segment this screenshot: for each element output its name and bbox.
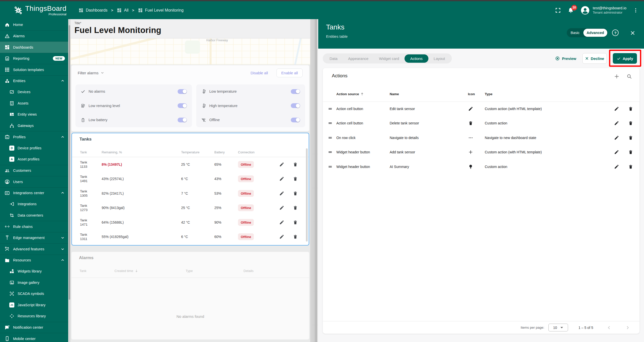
tab-data[interactable]: Data [324, 53, 343, 63]
delete-row-button[interactable] [293, 191, 298, 196]
action-table-row[interactable]: Widget header button Add tank sensor Cus… [323, 145, 639, 160]
delete-row-button[interactable] [293, 162, 298, 167]
sidebar-item-data-converters[interactable]: Data converters [0, 210, 68, 221]
column-header-created-time[interactable]: Created time [114, 269, 138, 273]
tank-table-row[interactable]: Tank1491 43% (22574L) 6 °C 43% Offline [72, 172, 309, 186]
delete-row-button[interactable] [293, 176, 298, 181]
offline-toggle[interactable] [291, 118, 300, 122]
delete-action-button[interactable] [628, 135, 633, 140]
drag-handle-icon[interactable] [328, 164, 333, 169]
column-header-tank[interactable]: Tank [79, 269, 86, 273]
sidebar-item-edge-management[interactable]: Edge management [0, 232, 68, 244]
column-header-battery[interactable]: Battery [214, 150, 225, 154]
next-page-button[interactable] [625, 325, 630, 330]
action-table-row[interactable]: On row click Navigate to details Navigat… [323, 130, 639, 145]
sidebar-item-image-gallery[interactable]: Image gallery [0, 277, 68, 288]
fullscreen-button[interactable] [555, 7, 561, 13]
help-icon[interactable] [612, 29, 619, 36]
tank-table-row[interactable]: Tank1471 64% (15688L) 42 °C 90% Offline [72, 215, 309, 230]
tank-table-row[interactable]: Tank1133 8% (13497L) 25 °C 65% Offline [72, 157, 309, 172]
sidebar-item-asset-profiles[interactable]: AAsset profiles [0, 154, 68, 165]
column-header-name[interactable]: Name [390, 92, 399, 96]
breadcrumb-item-all[interactable]: All [117, 8, 129, 13]
previous-page-button[interactable] [606, 325, 612, 330]
column-header-details[interactable]: Details [244, 269, 254, 273]
edit-row-button[interactable] [279, 220, 284, 225]
sidebar-item-device-profiles[interactable]: DDevice profiles [0, 143, 68, 154]
sidebar-item-entities[interactable]: Entities [0, 75, 68, 87]
sidebar-item-users[interactable]: Users [0, 176, 68, 187]
low-remaining-level-toggle[interactable] [178, 103, 187, 108]
sidebar-item-notification-center[interactable]: Notification center [0, 322, 68, 333]
tab-widget-card[interactable]: Widget card [374, 53, 405, 63]
edit-row-button[interactable] [279, 176, 284, 181]
delete-action-button[interactable] [628, 121, 633, 126]
low-temperature-toggle[interactable] [291, 89, 300, 94]
edit-row-button[interactable] [279, 234, 284, 239]
disable-all-button[interactable]: Disable all [251, 71, 268, 75]
sidebar-item-assets[interactable]: Assets [0, 98, 68, 109]
page-size-select[interactable]: 10 [548, 324, 568, 331]
sidebar-item-devices[interactable]: Devices [0, 86, 68, 98]
sidebar-item-alarms[interactable]: Alarms [0, 30, 68, 42]
column-header-type[interactable]: Type [186, 269, 193, 273]
sidebar-item-solution-templates[interactable]: Solution templates [0, 64, 68, 75]
edit-row-button[interactable] [279, 205, 284, 210]
tanks-table-widget[interactable]: Tanks Tank Remaining, % Temperature Batt… [71, 133, 309, 246]
sidebar-item-mobile-center[interactable]: Mobile center [0, 333, 68, 342]
delete-action-button[interactable] [628, 150, 633, 155]
tab-appearance[interactable]: Appearance [343, 53, 374, 63]
tanks-table-scrollbar[interactable] [306, 148, 308, 242]
alarms-table-widget[interactable]: Alarms Tank Created time Type Details No… [71, 252, 309, 339]
low-battery-toggle[interactable] [178, 118, 187, 122]
column-header-action-source[interactable]: Action source [336, 92, 364, 96]
sidebar-item-entity-views[interactable]: Entity views [0, 109, 68, 120]
column-header-icon[interactable]: Icon [468, 92, 475, 96]
sidebar-item-resources[interactable]: Resources [0, 255, 68, 266]
sidebar-item-profiles[interactable]: Profiles [0, 131, 68, 143]
sidebar-scrollbar-thumb[interactable] [69, 25, 70, 300]
sidebar-item-dashboards[interactable]: Dashboards [0, 42, 68, 53]
action-table-row[interactable]: Widget header button AI Summary Custom a… [323, 159, 639, 174]
enable-all-button[interactable]: Enable all [276, 69, 303, 77]
sidebar-item-gateways[interactable]: Gateways [0, 120, 68, 131]
action-table-row[interactable]: Action cell button Edit tank sensor Cust… [323, 101, 639, 116]
sidebar-item-integrations-center[interactable]: Integrations center [0, 187, 68, 199]
drag-handle-icon[interactable] [328, 121, 333, 126]
preview-button[interactable]: Preview [555, 53, 576, 63]
tank-table-row[interactable]: Tank1305 82% (23417L) 7 °C 53% Offline [72, 186, 309, 201]
edit-action-button[interactable] [614, 106, 619, 111]
sidebar-item-rule-chains[interactable]: Rule chains [0, 221, 68, 232]
edit-row-button[interactable] [279, 191, 284, 196]
sidebar-item-customers[interactable]: Customers [0, 165, 68, 176]
delete-action-button[interactable] [628, 164, 633, 169]
more-options-button[interactable] [633, 8, 638, 13]
sidebar-item-integrations[interactable]: Integrations [0, 198, 68, 210]
notifications-button[interactable]: 20 [568, 7, 574, 14]
mode-basic-option[interactable]: Basic [567, 31, 583, 35]
column-header-connection[interactable]: Connection [238, 150, 255, 154]
add-action-button[interactable] [614, 74, 620, 79]
mode-advanced-option[interactable]: Advanced [583, 29, 607, 37]
sidebar-item-widgets-library[interactable]: Widgets library [0, 266, 68, 277]
breadcrumb-item-current-dashboard[interactable]: Fuel Level Monitoring [138, 8, 184, 13]
search-actions-button[interactable] [626, 74, 632, 79]
sidebar-item-javascript-library[interactable]: JSJavaScript library [0, 299, 68, 311]
column-header-temperature[interactable]: Temperature [181, 150, 199, 154]
close-drawer-button[interactable] [630, 30, 635, 36]
sidebar-item-scada-symbols[interactable]: SCADA symbols [0, 288, 68, 299]
delete-action-button[interactable] [628, 106, 633, 111]
delete-row-button[interactable] [293, 234, 298, 239]
tab-layout[interactable]: Layout [428, 53, 450, 63]
edit-action-button[interactable] [614, 164, 619, 169]
action-table-row[interactable]: Action cell button Delete tank sensor Cu… [323, 116, 639, 131]
edit-action-button[interactable] [614, 150, 619, 155]
high-temperature-toggle[interactable] [291, 103, 300, 108]
brand-logo[interactable]: ThingsBoard Professional [14, 4, 66, 15]
delete-row-button[interactable] [293, 205, 298, 210]
column-header-tank[interactable]: Tank [80, 150, 87, 154]
column-header-type[interactable]: Type [485, 92, 493, 96]
drag-handle-icon[interactable] [328, 150, 333, 155]
sidebar-item-advanced-features[interactable]: Advanced features [0, 243, 68, 255]
apply-button[interactable]: Apply [613, 53, 637, 64]
